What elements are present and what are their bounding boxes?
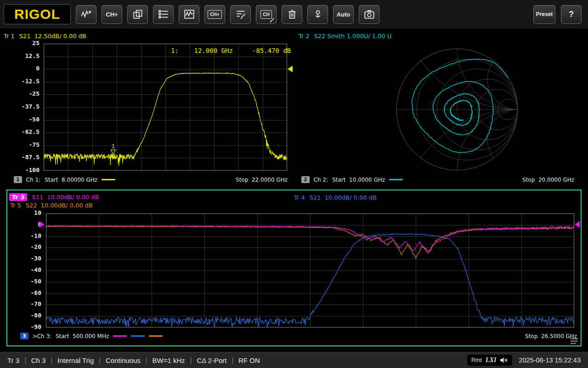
auto-scale-button[interactable]: Auto bbox=[333, 5, 354, 24]
y-axis-tick-label: 25 bbox=[7, 40, 40, 46]
touch-button[interactable] bbox=[307, 5, 328, 24]
tr3-measurement: S11 10.00dB/ 0.00 dB bbox=[32, 194, 99, 201]
y-axis-tick-label: -75 bbox=[7, 141, 40, 148]
ch1-start[interactable]: Start 8.00000 GHz bbox=[45, 177, 97, 183]
y-axis-tick-label: -40 bbox=[9, 266, 41, 273]
meas-window-icon bbox=[183, 8, 195, 20]
y-axis-tick-label: 12.5 bbox=[7, 52, 40, 59]
status-item[interactable]: CΔ 2-Port bbox=[197, 356, 226, 364]
status-bar: Tr 3|Ch 3|Internal Trig|Continuous|BW=1 … bbox=[0, 352, 588, 368]
y-axis-tick-label: -60 bbox=[9, 289, 41, 296]
help-button[interactable]: ? bbox=[561, 5, 582, 24]
y-axis-tick-label: -90 bbox=[9, 323, 41, 330]
preset-button[interactable]: Preset bbox=[533, 5, 555, 24]
tr2-label: Tr 2 bbox=[299, 33, 310, 40]
y-axis-tick-label: -50 bbox=[9, 278, 41, 285]
ch1-stop[interactable]: Stop 22.0000 GHz bbox=[236, 177, 288, 183]
tr1-legend-line bbox=[102, 179, 115, 180]
meas-window-button[interactable] bbox=[179, 5, 199, 24]
status-separator: | bbox=[51, 356, 52, 364]
channel-add-button[interactable]: CH+ bbox=[102, 5, 122, 24]
datetime: 2025-08-13 15:22:43 bbox=[519, 356, 581, 364]
ch3-y-axis: 100-10-20-30-40-50-60-70-80-90 bbox=[7, 213, 44, 328]
screenshot-button[interactable] bbox=[359, 5, 379, 24]
tr5-label: Tr 5 bbox=[10, 202, 21, 209]
tr4-label: Tr 4 bbox=[294, 194, 305, 201]
status-right: Rmt LXI 2025-08-13 15:22:43 bbox=[467, 355, 583, 366]
y-axis-tick-label: -62.5 bbox=[7, 128, 40, 135]
window-channel-add-label: CH+ bbox=[208, 10, 221, 19]
ch2-smith-chart[interactable] bbox=[390, 44, 524, 178]
ch3-pane: Tr 3 S11 10.00dB/ 0.00 dB Tr 4 S21 10.00… bbox=[6, 190, 582, 346]
channel-edit-button[interactable]: CH bbox=[256, 5, 277, 24]
preset-label: Preset bbox=[536, 11, 553, 17]
delete-button[interactable] bbox=[282, 5, 302, 24]
ch1-label: Ch 1: bbox=[26, 177, 40, 183]
lxi-indicator: LXI bbox=[486, 356, 496, 364]
tr3-selected-tag[interactable]: Tr 3 bbox=[9, 193, 27, 201]
pencil-icon bbox=[270, 17, 275, 23]
window-channel-add-button[interactable]: CH+ bbox=[204, 5, 225, 24]
rigol-logo: RIGOL bbox=[4, 4, 71, 24]
touch-icon bbox=[312, 8, 324, 20]
trace-add-button[interactable] bbox=[76, 5, 96, 24]
edit-list-icon bbox=[235, 8, 247, 20]
y-axis-tick-label: 10 bbox=[9, 209, 41, 216]
status-separator: | bbox=[232, 356, 233, 364]
remote-status-pill[interactable]: Rmt LXI bbox=[467, 355, 512, 366]
edit-list-button[interactable] bbox=[230, 5, 251, 24]
tr1-measurement: S21 12.50dB/ 0.00 dB bbox=[19, 33, 86, 40]
y-axis-tick-label: -100 bbox=[7, 167, 40, 173]
y-axis-tick-label: 0 bbox=[7, 65, 40, 72]
ch3-tr4-header[interactable]: Tr 4 S21 10.00dB/ 0.00 dB bbox=[294, 194, 377, 201]
y-axis-tick-label: -70 bbox=[9, 300, 41, 307]
y-axis-tick-label: -30 bbox=[9, 255, 41, 262]
y-axis-tick-label: -10 bbox=[9, 232, 41, 239]
menu-icon[interactable] bbox=[570, 338, 579, 345]
tr3-reference-marker-left[interactable] bbox=[40, 221, 45, 228]
status-item[interactable]: RF ON bbox=[238, 356, 260, 364]
ch2-footer: 2 Ch 2: Start 10.0000 GHz Stop 20.0000 G… bbox=[301, 176, 574, 183]
trace-list-icon bbox=[158, 8, 170, 20]
ch3-tr5-header[interactable]: Tr 5 S22 10.00dB/ 0.00 dB bbox=[10, 202, 93, 209]
y-axis-tick-label: -37.5 bbox=[7, 103, 40, 110]
ch1-graph[interactable]: 1 bbox=[44, 44, 287, 171]
y-axis-tick-label: -87.5 bbox=[7, 154, 40, 161]
status-separator: | bbox=[99, 356, 101, 364]
tr4-legend-line bbox=[131, 335, 145, 337]
tr1-reference-marker[interactable] bbox=[288, 66, 293, 72]
ch1-trace-header[interactable]: Tr 1 S21 12.50dB/ 0.00 dB bbox=[4, 33, 86, 40]
status-item[interactable]: Continuous bbox=[106, 356, 141, 364]
marker1-readout: 1: 12.000 GHz -85.470 dB bbox=[171, 47, 291, 54]
tr5-measurement: S22 10.00dB/ 0.00 dB bbox=[26, 202, 93, 209]
ch3-tr3-header[interactable]: Tr 3 S11 10.00dB/ 0.00 dB bbox=[9, 193, 99, 201]
ch2-start[interactable]: Start 10.0000 GHz bbox=[332, 177, 385, 183]
tr4-measurement: S21 10.00dB/ 0.00 dB bbox=[310, 194, 377, 201]
copy-button[interactable] bbox=[127, 5, 148, 24]
y-axis-tick-label: -80 bbox=[9, 312, 41, 319]
ch1-footer: 1 Ch 1: Start 8.00000 GHz Stop 22.0000 G… bbox=[14, 176, 288, 183]
tr5-legend-line bbox=[149, 335, 163, 337]
ch1-badge[interactable]: 1 bbox=[14, 176, 22, 183]
toolbar: RIGOL CH+ bbox=[0, 0, 588, 29]
ch3-graph[interactable] bbox=[46, 213, 574, 328]
status-separator: | bbox=[24, 356, 26, 364]
ch3-footer: 3 >Ch 3: Start 500.000 MHz Stop 26.5000 … bbox=[20, 333, 577, 339]
status-item[interactable]: Tr 3 bbox=[7, 356, 19, 364]
trace-add-icon bbox=[80, 8, 92, 20]
status-item[interactable]: Internal Trig bbox=[57, 356, 94, 364]
vna-screen: RIGOL CH+ bbox=[0, 0, 588, 368]
status-item[interactable]: Ch 3 bbox=[31, 356, 46, 364]
ch3-start[interactable]: Start 500.000 MHz bbox=[56, 333, 109, 339]
status-item[interactable]: BW=1 kHz bbox=[152, 356, 185, 364]
y-axis-tick-label: -50 bbox=[7, 116, 40, 123]
ch2-stop[interactable]: Stop 20.0000 GHz bbox=[522, 177, 574, 183]
ch3-badge[interactable]: 3 bbox=[20, 333, 28, 339]
ch2-badge[interactable]: 2 bbox=[301, 176, 310, 183]
y-axis-tick-label: -20 bbox=[9, 243, 41, 250]
tr3-reference-marker-right[interactable] bbox=[575, 221, 580, 228]
ch2-label: Ch 2: bbox=[314, 177, 328, 183]
ch2-trace-header[interactable]: Tr 2 S22 Smith 1.000U/ 1.00 U bbox=[299, 33, 392, 40]
remote-indicator: Rmt bbox=[471, 357, 482, 363]
trace-list-button[interactable] bbox=[153, 5, 174, 24]
